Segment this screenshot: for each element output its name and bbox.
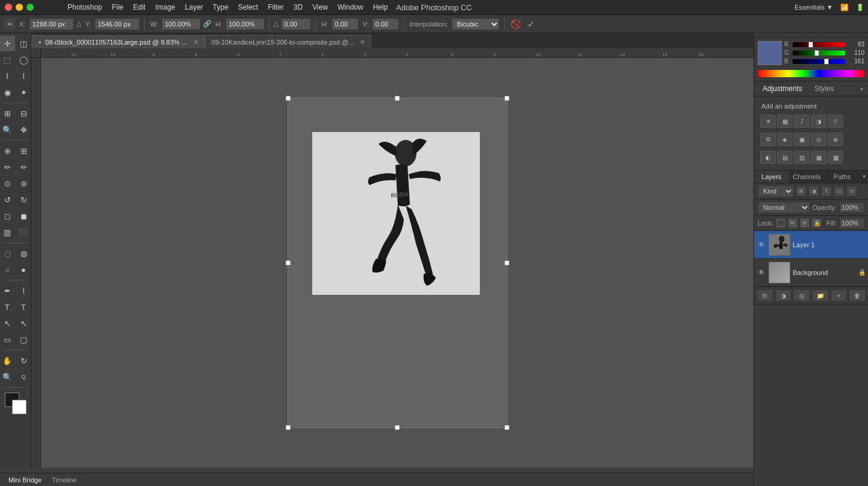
minimize-button[interactable]: [16, 4, 23, 11]
menu-type[interactable]: Type: [208, 0, 233, 14]
lock-position-icon[interactable]: ✛: [800, 218, 810, 228]
fill-input[interactable]: [839, 218, 864, 229]
bg-eraser-tool[interactable]: ◼: [16, 208, 31, 224]
document-canvas[interactable]: RUSH: [288, 98, 508, 428]
move-tool[interactable]: ✛: [0, 36, 15, 51]
history-brush-tool[interactable]: ↺: [0, 192, 15, 207]
layer-item-1[interactable]: 👁 Background 🔒: [754, 259, 868, 286]
layer-item-0[interactable]: 👁 Layer 1: [754, 231, 868, 259]
ellipse-select-tool[interactable]: ◯: [16, 52, 31, 68]
pixel-filter-icon[interactable]: ⊞: [796, 186, 807, 197]
pencil-tool[interactable]: ✏: [16, 159, 31, 175]
zoom-out-tool[interactable]: Q: [16, 369, 31, 385]
direct-select-tool[interactable]: ↖: [16, 315, 31, 331]
layer-0-visibility[interactable]: 👁: [756, 240, 766, 250]
styles-tab[interactable]: Styles: [811, 84, 838, 93]
rectangle-tool[interactable]: ▭: [0, 332, 15, 347]
sharpen-tool[interactable]: ◍: [16, 245, 31, 261]
shape-filter-icon[interactable]: ▭: [834, 186, 844, 197]
adj-hue-sat[interactable]: ⧉: [760, 133, 776, 146]
menu-3d[interactable]: 3D: [289, 0, 307, 14]
adj-color-balance[interactable]: ◈: [777, 133, 793, 146]
pen-tool[interactable]: ✒: [0, 283, 15, 298]
g-track[interactable]: [793, 51, 845, 55]
r-track[interactable]: [793, 42, 845, 47]
menu-select[interactable]: Select: [233, 0, 263, 14]
adj-gradient-map[interactable]: ▦: [811, 151, 826, 164]
channels-tab[interactable]: Channels: [790, 171, 825, 183]
maximize-button[interactable]: [27, 4, 34, 11]
pattern-stamp-tool[interactable]: ⊚: [16, 175, 31, 191]
zoom-tool[interactable]: 🔍: [0, 369, 15, 385]
type-tool[interactable]: T: [0, 299, 15, 315]
menu-help[interactable]: Help: [368, 0, 393, 14]
interpolation-select[interactable]: Bicubic: [451, 18, 500, 30]
adj-photo-filter[interactable]: ⊙: [811, 133, 826, 146]
y-input[interactable]: [95, 18, 140, 30]
crop-tool[interactable]: ⊞: [0, 106, 15, 121]
quick-select-tool[interactable]: ◉: [0, 84, 15, 100]
lock-pixels-icon[interactable]: ⬛: [776, 218, 785, 228]
blend-mode-dropdown[interactable]: Normal: [758, 201, 810, 213]
b-track[interactable]: [793, 59, 845, 64]
transform-handle-tl[interactable]: [286, 96, 291, 101]
adjustments-tab[interactable]: Adjustments: [759, 84, 806, 93]
b-thumb[interactable]: [824, 58, 829, 65]
color-switcher[interactable]: [5, 393, 27, 414]
menu-edit[interactable]: Edit: [128, 0, 151, 14]
art-history-tool[interactable]: ↻: [16, 192, 31, 207]
commit-transform-button[interactable]: ✓: [524, 17, 538, 31]
transform-handle-tm[interactable]: [395, 96, 400, 101]
transform-handle-mr[interactable]: [505, 260, 509, 265]
paint-bucket-tool[interactable]: ⬛: [16, 224, 31, 240]
layer-mask-button[interactable]: ◑: [775, 289, 792, 301]
h-input[interactable]: [225, 18, 265, 30]
eyedropper-tool[interactable]: 🔍: [0, 122, 15, 137]
essentials-dropdown[interactable]: Essentials ▼: [791, 4, 837, 11]
cancel-transform-button[interactable]: 🚫: [509, 17, 522, 31]
burn-tool[interactable]: ●: [16, 262, 31, 277]
v-input[interactable]: [372, 18, 399, 30]
color-sampler-tool[interactable]: ✥: [16, 122, 31, 137]
magic-wand-tool[interactable]: ✦: [16, 84, 31, 100]
menu-file[interactable]: File: [107, 0, 128, 14]
timeline-tab[interactable]: Timeline: [47, 473, 82, 486]
path-select-tool[interactable]: ↖: [0, 315, 15, 331]
hand-tool[interactable]: ✋: [0, 353, 15, 368]
menu-image[interactable]: Image: [150, 0, 180, 14]
rounded-rect-tool[interactable]: ▢: [16, 332, 31, 347]
transform-handle-ml[interactable]: [286, 260, 291, 265]
lock-all-icon[interactable]: 🔒: [812, 218, 822, 228]
adj-selective-color[interactable]: ▩: [828, 151, 843, 164]
adjustment-filter-icon[interactable]: ◑: [808, 186, 819, 197]
rect-select-tool[interactable]: ⬚: [0, 52, 15, 68]
color-swatch-main[interactable]: [758, 41, 782, 65]
adj-channel-mixer[interactable]: ⊕: [828, 133, 843, 146]
smartobj-filter-icon[interactable]: ⊙: [846, 186, 857, 197]
perspective-crop-tool[interactable]: ⊟: [16, 106, 31, 121]
brush-tool[interactable]: ✏: [0, 159, 15, 175]
background-color[interactable]: [12, 400, 27, 414]
transform-handle-bl[interactable]: [286, 425, 291, 430]
tab-close-0[interactable]: ✕: [193, 39, 198, 45]
adj-threshold[interactable]: ▥: [794, 151, 810, 164]
clone-stamp-tool[interactable]: ⊙: [0, 175, 15, 191]
canvas-area[interactable]: 12 10 8 6 4 2 0 2 4 6 8 10 12 14 16 18 4…: [31, 48, 753, 468]
layer-1-visibility[interactable]: 👁: [756, 268, 766, 277]
transform-handle-bm[interactable]: [395, 425, 400, 430]
adj-bw[interactable]: ▣: [794, 133, 810, 146]
new-adjustment-button[interactable]: ◎: [793, 289, 810, 301]
eraser-tool[interactable]: ◻: [0, 208, 15, 224]
r-thumb[interactable]: [808, 42, 813, 48]
dodge-tool[interactable]: ○: [0, 262, 15, 277]
artboard-tool[interactable]: ◫: [16, 36, 31, 51]
patch-tool[interactable]: ⊞: [16, 143, 31, 159]
w-input[interactable]: [162, 18, 201, 30]
color-spectrum[interactable]: [758, 70, 864, 77]
g-thumb[interactable]: [814, 50, 819, 56]
transform-handle-br[interactable]: [505, 425, 509, 430]
layer-fx-button[interactable]: fx: [756, 289, 773, 301]
paths-tab[interactable]: Paths: [825, 171, 860, 183]
close-button[interactable]: [5, 4, 12, 11]
adj-posterize[interactable]: ▤: [777, 151, 793, 164]
